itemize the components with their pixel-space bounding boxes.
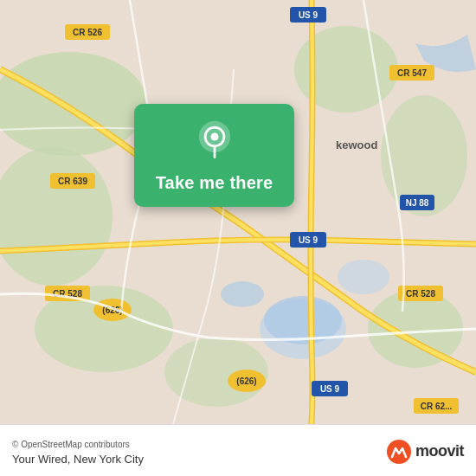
svg-point-9 bbox=[338, 260, 389, 294]
svg-text:US 9: US 9 bbox=[299, 235, 318, 245]
svg-point-11 bbox=[221, 281, 264, 307]
svg-text:(626): (626) bbox=[236, 376, 256, 386]
svg-text:kewood: kewood bbox=[336, 138, 377, 151]
take-me-there-card[interactable]: Take me there bbox=[134, 104, 294, 207]
bottom-bar: © OpenStreetMap contributors Your Wired,… bbox=[0, 424, 476, 476]
svg-point-39 bbox=[210, 132, 218, 140]
moovit-icon bbox=[387, 440, 411, 464]
attribution-text: © OpenStreetMap contributors bbox=[12, 440, 130, 449]
moovit-brand-text: moovit bbox=[415, 442, 464, 460]
svg-text:US 9: US 9 bbox=[299, 10, 318, 20]
map-container: CR 526 US 9 CR 639 CR 547 kewood NJ 88 U… bbox=[0, 0, 476, 424]
svg-text:CR 526: CR 526 bbox=[73, 28, 102, 37]
svg-text:CR 547: CR 547 bbox=[397, 68, 427, 78]
location-pin-icon bbox=[193, 119, 236, 163]
map-svg: CR 526 US 9 CR 639 CR 547 kewood NJ 88 U… bbox=[0, 0, 476, 424]
svg-text:CR 528: CR 528 bbox=[406, 289, 435, 299]
svg-text:CR 62...: CR 62... bbox=[421, 402, 453, 411]
brand-area: moovit bbox=[387, 438, 464, 464]
svg-text:CR 639: CR 639 bbox=[58, 177, 87, 186]
svg-text:US 9: US 9 bbox=[320, 384, 340, 394]
attribution-area: © OpenStreetMap contributors Your Wired,… bbox=[12, 435, 144, 466]
moovit-logo: moovit bbox=[387, 440, 464, 464]
take-me-there-label: Take me there bbox=[156, 173, 273, 193]
location-name: Your Wired, New York City bbox=[12, 453, 144, 466]
svg-text:NJ 88: NJ 88 bbox=[406, 198, 429, 208]
